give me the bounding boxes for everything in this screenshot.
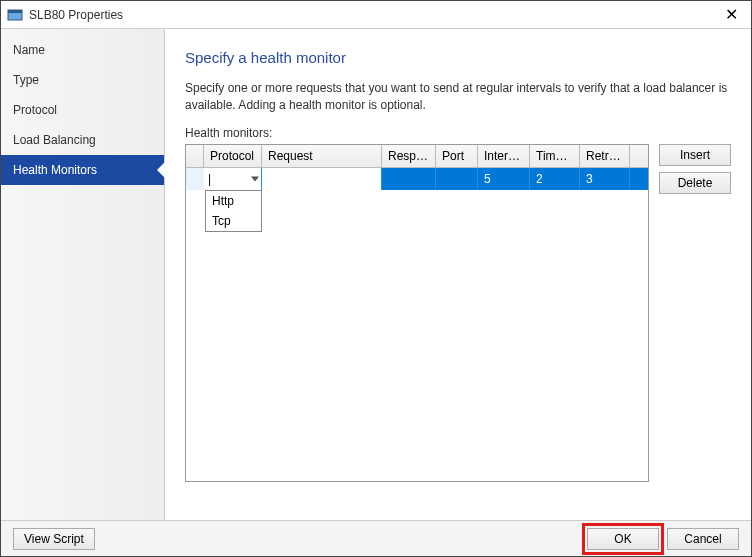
protocol-combobox[interactable]: | [204,168,261,190]
row-header[interactable] [186,168,204,190]
sidebar-item-health-monitors[interactable]: Health Monitors [1,155,164,185]
sidebar-item-load-balancing[interactable]: Load Balancing [1,125,164,155]
col-interval[interactable]: Interval [478,145,530,167]
delete-button[interactable]: Delete [659,172,731,194]
col-request[interactable]: Request [262,145,382,167]
row-header-corner [186,145,204,167]
page-description: Specify one or more requests that you wa… [185,80,731,114]
main-panel: Specify a health monitor Specify one or … [165,29,751,520]
col-response[interactable]: Respo… [382,145,436,167]
close-button[interactable]: ✕ [711,1,751,29]
dialog-footer: View Script OK Cancel [1,520,751,556]
grid-header: Protocol Request Respo… Port Interval Ti… [186,145,648,168]
protocol-option-http[interactable]: Http [206,191,261,211]
grid-side-buttons: Insert Delete [659,144,731,482]
protocol-option-tcp[interactable]: Tcp [206,211,261,231]
port-cell[interactable] [436,168,478,190]
col-retries[interactable]: Retries [580,145,630,167]
insert-button[interactable]: Insert [659,144,731,166]
page-heading: Specify a health monitor [185,49,731,66]
sidebar-item-name[interactable]: Name [1,35,164,65]
sidebar-item-type[interactable]: Type [1,65,164,95]
cancel-button[interactable]: Cancel [667,528,739,550]
dialog-window: SLB80 Properties ✕ Name Type Protocol Lo… [0,0,752,557]
grid-row[interactable]: | 5 2 3 [186,168,648,190]
timeout-cell[interactable]: 2 [530,168,580,190]
request-input[interactable] [262,168,381,190]
col-port[interactable]: Port [436,145,478,167]
chevron-down-icon[interactable] [251,176,259,181]
protocol-dropdown[interactable]: Http Tcp [205,190,262,232]
list-label: Health monitors: [185,126,731,140]
window-title: SLB80 Properties [29,8,123,22]
col-timeout[interactable]: Time-… [530,145,580,167]
response-cell[interactable] [382,168,436,190]
view-script-button[interactable]: View Script [13,528,95,550]
titlebar: SLB80 Properties ✕ [1,1,751,29]
close-icon: ✕ [725,5,738,24]
svg-rect-1 [8,10,22,13]
dialog-body: Name Type Protocol Load Balancing Health… [1,29,751,520]
app-icon [7,7,23,23]
sidebar: Name Type Protocol Load Balancing Health… [1,29,165,520]
ok-button[interactable]: OK [587,528,659,550]
col-protocol[interactable]: Protocol [204,145,262,167]
retries-cell[interactable]: 3 [580,168,630,190]
health-monitor-grid[interactable]: Protocol Request Respo… Port Interval Ti… [185,144,649,482]
text-caret: | [208,172,211,186]
sidebar-item-protocol[interactable]: Protocol [1,95,164,125]
interval-cell[interactable]: 5 [478,168,530,190]
